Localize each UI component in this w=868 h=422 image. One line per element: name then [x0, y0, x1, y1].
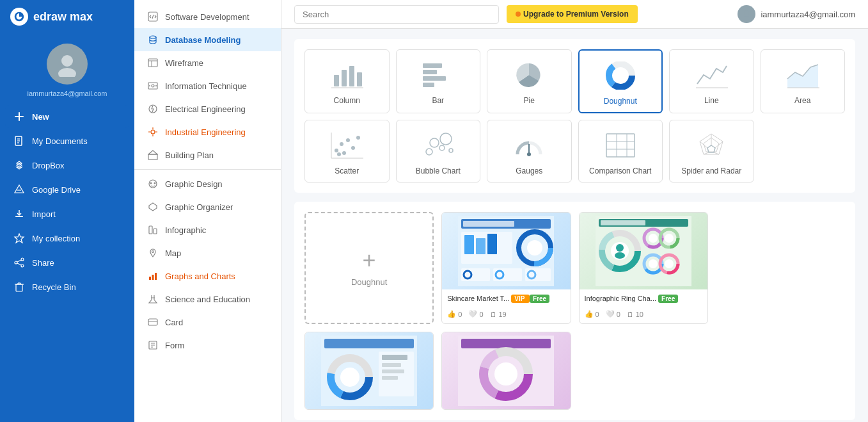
middle-item-wireframe[interactable]: Wireframe [134, 51, 281, 74]
svg-rect-150 [382, 369, 404, 373]
middle-item-software-dev-label: Software Development [165, 12, 249, 22]
svg-rect-62 [357, 72, 362, 86]
svg-rect-148 [382, 355, 407, 360]
column-chart-icon [327, 59, 366, 91]
middle-item-database-modeling[interactable]: Database Modeling [134, 28, 281, 51]
chart-card-spider-label: Spider and Radar [681, 166, 741, 175]
middle-item-infographic[interactable]: Infographic [134, 218, 281, 241]
sidebar-item-my-documents[interactable]: My Documents [5, 129, 129, 152]
middle-nav-section: Software Development Database Modeling [134, 0, 281, 362]
sidebar-nav: New My Documents DropBox [0, 105, 134, 298]
middle-item-information-technique[interactable]: Information Technique [134, 74, 281, 97]
sidebar-item-new[interactable]: New [5, 105, 129, 128]
template-card-row2-1[interactable] [304, 332, 434, 410]
svg-rect-108 [476, 238, 485, 254]
middle-item-graphic-organizer[interactable]: Graphic Organizer [134, 195, 281, 218]
svg-rect-44 [149, 226, 152, 234]
upgrade-label: Upgrade to Premium Version [523, 10, 629, 19]
chart-card-area[interactable]: Area [761, 49, 846, 113]
middle-item-card[interactable]: Card [134, 311, 281, 334]
chart-card-bar-label: Bar [432, 96, 444, 105]
templates-section: + Doughnut [294, 202, 855, 420]
search-input[interactable] [294, 5, 499, 24]
svg-point-1 [58, 68, 76, 77]
skincare-vip-badge: VIP [511, 295, 530, 303]
chart-card-scatter[interactable]: Scatter [304, 120, 390, 183]
svg-rect-49 [155, 273, 157, 280]
sidebar-item-import[interactable]: Import [5, 202, 129, 225]
template-slot-empty [716, 212, 845, 324]
upgrade-button[interactable]: Upgrade to Premium Version [507, 5, 638, 23]
svg-point-35 [155, 85, 157, 86]
scatter-chart-icon [327, 129, 366, 161]
chart-card-gauges[interactable]: Gauges [487, 120, 572, 183]
like-icon-2: 👍 [585, 310, 594, 318]
go-icon [147, 201, 159, 213]
middle-item-science-education[interactable]: Science and Education [134, 288, 281, 311]
chart-card-column-label: Column [334, 96, 360, 105]
svg-rect-65 [423, 70, 437, 74]
middle-item-form[interactable]: Form [134, 334, 281, 357]
middle-item-graphs-charts[interactable]: Graphs and Charts [134, 264, 281, 288]
row2-1-preview [321, 336, 417, 406]
sidebar-item-my-collection[interactable]: My collection [5, 227, 129, 250]
svg-rect-113 [461, 268, 490, 281]
svg-point-78 [351, 146, 355, 150]
template-card-row2-2[interactable] [441, 332, 571, 410]
svg-point-74 [335, 149, 338, 152]
template-card-infographic[interactable]: Infographic Ring Cha... Free 👍 0 🤍 0 [579, 212, 708, 324]
template-skincare-label: Skincare Market T... VIP Free [442, 289, 570, 307]
middle-item-card-label: Card [165, 318, 183, 327]
share-icon [13, 256, 26, 269]
chart-card-bubble[interactable]: Bubble Chart [396, 120, 481, 183]
create-new-doughnut-card[interactable]: + Doughnut [304, 212, 434, 324]
middle-item-electrical-engineering[interactable]: Electrical Engineering [134, 97, 281, 120]
chart-card-spider[interactable]: Spider and Radar [669, 120, 754, 183]
svg-point-137 [649, 259, 658, 268]
sidebar-item-dropbox[interactable]: DropBox [5, 154, 129, 177]
template-card-skincare[interactable]: Skincare Market T... VIP Free 👍 0 🤍 0 [441, 212, 571, 324]
svg-point-131 [649, 234, 658, 243]
svg-rect-142 [324, 339, 414, 348]
middle-item-building-plan[interactable]: Building Plan [134, 143, 281, 166]
skincare-hearts: 🤍 0 [468, 310, 483, 318]
wf-icon [147, 57, 159, 69]
chart-card-doughnut[interactable]: Doughnut [578, 49, 663, 113]
dropbox-icon [13, 159, 26, 172]
middle-item-graphic-design[interactable]: Graphic Design [134, 172, 281, 195]
chart-card-comparison[interactable]: Comparison Chart [578, 120, 663, 183]
app-logo[interactable]: edraw max [0, 0, 134, 33]
svg-point-58 [743, 16, 750, 20]
svg-rect-45 [154, 229, 157, 234]
middle-item-map[interactable]: Map [134, 241, 281, 264]
chart-card-bar[interactable]: Bar [396, 49, 481, 113]
sidebar-item-share[interactable]: Share [5, 251, 129, 274]
chart-card-pie[interactable]: Pie [487, 49, 572, 113]
sidebar-item-dropbox-label: DropBox [32, 161, 65, 170]
middle-item-industrial-engineering[interactable]: Industrial Engineering [134, 120, 281, 143]
chart-card-line[interactable]: Line [669, 49, 754, 113]
copy-icon-2: 🗒 [627, 311, 634, 318]
svg-point-140 [665, 259, 674, 268]
middle-item-software-dev[interactable]: Software Development [134, 5, 281, 28]
main-content: Upgrade to Premium Version iammurtaza4@g… [281, 0, 868, 422]
comparison-chart-icon [601, 129, 640, 161]
chart-row-2: Scatter Bubble Chart [304, 120, 845, 183]
template-thumb-row2-1 [305, 332, 433, 409]
create-label: Doughnut [351, 277, 387, 287]
template-thumb-infographic [580, 213, 707, 289]
chart-card-column[interactable]: Column [304, 49, 390, 113]
user-profile-section: iammurtaza4@gmail.com [0, 33, 134, 105]
skincare-preview-svg [458, 216, 554, 286]
svg-point-83 [426, 149, 432, 155]
template-infographic-meta: 👍 0 🤍 0 🗒 10 [580, 307, 707, 323]
sidebar-item-recycle-bin[interactable]: Recycle Bin [5, 275, 129, 298]
template-row2-empty-2 [716, 332, 845, 410]
svg-point-146 [340, 368, 359, 387]
user-avatar-small [738, 5, 755, 23]
sidebar-item-google-drive-label: Google Drive [32, 185, 81, 195]
sidebar-item-google-drive[interactable]: Google Drive [5, 178, 129, 201]
skincare-likes: 👍 0 [447, 310, 462, 318]
svg-rect-109 [487, 234, 497, 254]
infographic-hearts: 🤍 0 [606, 310, 620, 318]
